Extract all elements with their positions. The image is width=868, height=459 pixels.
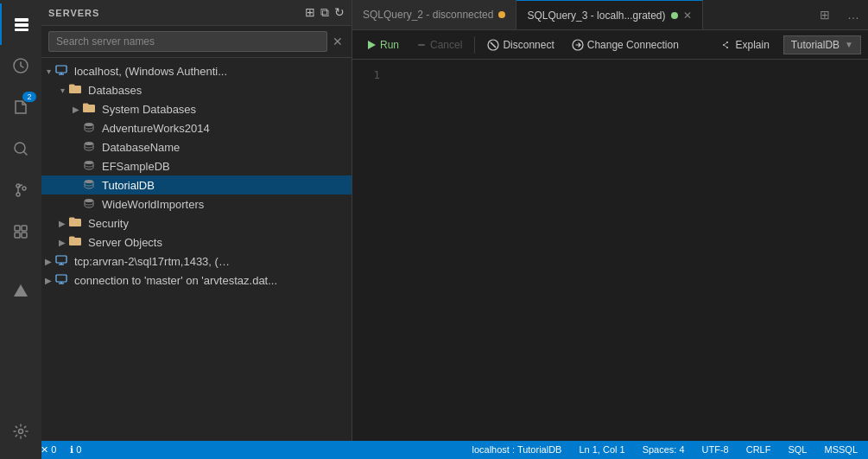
tab-sqlquery3[interactable]: SQLQuery_3 - localh...grated) ✕	[516, 0, 702, 30]
activity-bar: 2	[0, 0, 41, 459]
tab-close-button[interactable]: ✕	[683, 10, 692, 22]
sidebar-title: SERVERS	[48, 8, 99, 18]
tree-item-icon	[55, 65, 71, 78]
tree-item[interactable]: EFSampleDB	[41, 156, 352, 175]
more-actions-button[interactable]: …	[839, 8, 868, 22]
tree-item-icon	[83, 103, 98, 116]
tree-item-icon	[83, 178, 98, 193]
tree-item[interactable]: AdventureWorks2014	[41, 118, 352, 137]
editor-text-area[interactable]	[387, 60, 868, 441]
svg-rect-30	[418, 44, 425, 46]
tree-item[interactable]: ▾ Databases	[41, 80, 352, 99]
tree-item[interactable]: WideWorldImporters	[41, 194, 352, 214]
tree-item[interactable]: DatabaseName	[41, 137, 352, 156]
explain-icon	[719, 39, 732, 51]
svg-point-22	[85, 199, 93, 202]
sidebar-actions: ⊞ ⧉ ↻	[305, 5, 345, 20]
status-info[interactable]: ℹ 0	[67, 444, 85, 456]
sidebar-item-servers[interactable]	[0, 3, 41, 45]
status-line-ending[interactable]: CRLF	[743, 444, 775, 455]
sidebar-header: SERVERS ⊞ ⧉ ↻	[41, 0, 352, 26]
explain-button[interactable]: Explain	[713, 37, 776, 53]
tree-arrow: ▾	[41, 67, 55, 76]
tree-item[interactable]: ▶ Security	[41, 214, 352, 233]
line-numbers: 1	[352, 60, 387, 441]
line-number-1: 1	[352, 67, 380, 83]
tree-arrow: ▶	[69, 105, 83, 114]
svg-point-19	[85, 142, 93, 145]
tab-sqlquery2[interactable]: SQLQuery_2 - disconnected	[352, 0, 516, 30]
status-encoding[interactable]: UTF-8	[699, 444, 732, 455]
status-position[interactable]: Ln 1, Col 1	[575, 444, 628, 455]
svg-marker-29	[368, 41, 376, 49]
split-editor-button[interactable]: ⊞	[811, 8, 839, 22]
tree-item-icon	[69, 236, 85, 249]
tree-item-icon	[69, 84, 85, 97]
change-connection-icon	[572, 39, 584, 51]
cancel-icon	[416, 40, 427, 50]
svg-point-34	[723, 44, 725, 46]
tree-item[interactable]: ▾ localhost, (Windows Authenti...	[41, 61, 352, 80]
disconnect-button[interactable]: Disconnect	[480, 36, 561, 54]
refresh-icon[interactable]: ↻	[334, 5, 345, 20]
database-selector[interactable]: TutorialDB ▼	[783, 35, 861, 54]
sidebar-item-search[interactable]	[0, 128, 41, 169]
svg-rect-1	[15, 23, 29, 27]
settings-button[interactable]	[0, 411, 41, 452]
tree-item[interactable]: ▶ Server Objects	[41, 233, 352, 252]
server-tree: ▾ localhost, (Windows Authenti...▾ Datab…	[41, 58, 352, 441]
search-bar: ✕	[41, 26, 352, 58]
svg-point-21	[85, 180, 93, 183]
tree-item[interactable]: ▶ connection to 'master' on 'arvtestaz.d…	[41, 271, 352, 290]
svg-point-14	[19, 430, 23, 434]
position-label: Ln 1, Col 1	[579, 444, 624, 455]
tree-item-icon	[55, 274, 71, 287]
svg-rect-12	[22, 233, 27, 238]
tree-item[interactable]: TutorialDB	[41, 175, 352, 194]
svg-point-35	[726, 41, 728, 43]
search-input[interactable]	[48, 31, 327, 52]
tree-item-label: connection to 'master' on 'arvtestaz.dat…	[74, 274, 277, 287]
sidebar-item-files[interactable]: 2	[0, 86, 41, 128]
tree-item[interactable]: ▶ tcp:arvran-2\sql17rtm,1433, (…	[41, 252, 352, 271]
sidebar-item-deploy[interactable]	[0, 270, 41, 311]
tree-item-icon	[83, 140, 98, 155]
sidebar-item-git[interactable]	[0, 169, 41, 211]
status-spaces[interactable]: Spaces: 4	[639, 444, 688, 455]
toolbar-separator-1	[474, 36, 475, 54]
tree-item-icon	[83, 197, 98, 212]
sidebar: SERVERS ⊞ ⧉ ↻ ✕ ▾ localhost, (Windows Au…	[41, 0, 352, 441]
svg-rect-10	[22, 226, 27, 231]
sidebar-item-extensions[interactable]	[0, 211, 41, 252]
tree-arrow: ▶	[55, 219, 69, 228]
error-icon: ✕	[41, 444, 48, 456]
new-connection-icon[interactable]: ⊞	[305, 5, 315, 20]
svg-rect-0	[15, 18, 29, 22]
svg-point-8	[22, 187, 26, 190]
tree-item-icon	[83, 121, 98, 136]
search-clear-button[interactable]: ✕	[331, 35, 345, 48]
svg-line-38	[725, 45, 726, 47]
status-connection[interactable]: localhost : TutorialDB	[469, 444, 566, 455]
status-right: localhost : TutorialDB Ln 1, Col 1 Space…	[469, 444, 862, 455]
filter-icon[interactable]: ⧉	[320, 5, 329, 20]
tree-item[interactable]: ▶ System Databases	[41, 99, 352, 118]
tree-item-icon	[83, 159, 98, 174]
tree-item-label: TutorialDB	[102, 179, 155, 192]
sidebar-item-history[interactable]	[0, 45, 41, 86]
run-button[interactable]: Run	[359, 36, 406, 54]
svg-point-7	[16, 193, 20, 196]
tab-dot	[498, 11, 505, 18]
change-connection-button[interactable]: Change Connection	[565, 36, 686, 54]
tree-item-label: DatabaseName	[102, 141, 180, 154]
svg-marker-13	[14, 284, 28, 296]
tree-item-icon	[55, 255, 71, 268]
tree-item-label: WideWorldImporters	[102, 198, 204, 211]
status-dialect[interactable]: MSSQL	[820, 444, 861, 455]
status-language[interactable]: SQL	[784, 444, 810, 455]
tree-item-label: EFSampleDB	[102, 160, 170, 173]
tree-arrow: ▶	[41, 276, 55, 285]
error-count: 0	[51, 444, 56, 455]
tree-item-label: tcp:arvran-2\sql17rtm,1433, (…	[74, 255, 230, 268]
disconnect-icon	[487, 39, 499, 51]
